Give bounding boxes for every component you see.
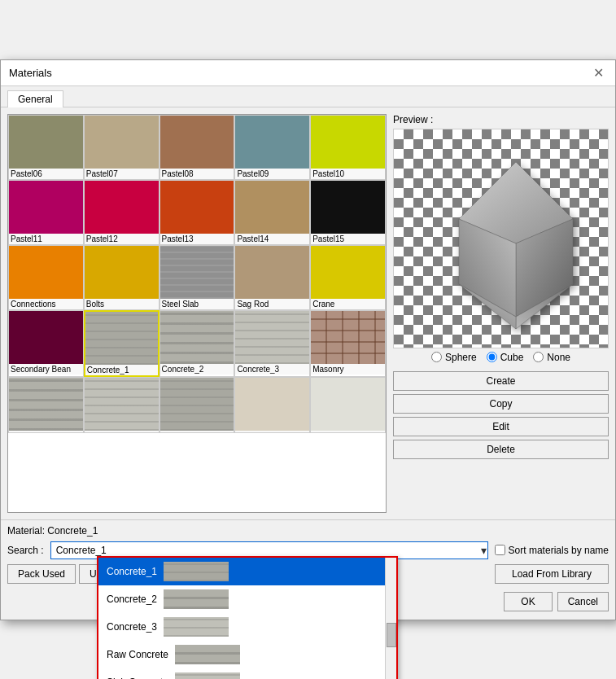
action-buttons: Create Copy Edit Delete [393, 371, 609, 459]
title-bar: Materials ✕ [1, 60, 615, 86]
checkerboard-bg [394, 129, 608, 348]
material-swatch-pastel06 [9, 116, 83, 169]
dropdown-swatch [175, 672, 240, 680]
material-label-row5-1 [9, 431, 83, 432]
left-panel: Pastel06Pastel07Pastel08Pastel09Pastel10… [7, 114, 387, 513]
preview-cube-option[interactable]: Cube [487, 352, 524, 363]
material-cell-pastel08[interactable]: Pastel08 [159, 115, 235, 180]
material-cell-bolts[interactable]: Bolts [84, 245, 159, 310]
material-swatch-row5-1 [9, 378, 83, 431]
pack-used-button[interactable]: Pack Used [7, 564, 76, 584]
sphere-radio[interactable] [431, 352, 442, 362]
dropdown-scrollbar[interactable] [385, 558, 396, 680]
material-swatch-row5-4 [235, 378, 309, 431]
material-cell-pastel13[interactable]: Pastel13 [159, 180, 235, 245]
dropdown-item-slab-concrete[interactable]: Slab Concrete [98, 668, 396, 680]
material-cell-pastel09[interactable]: Pastel09 [234, 115, 310, 180]
material-cell-pastel15[interactable]: Pastel15 [310, 180, 386, 245]
cube-svg [443, 154, 589, 333]
dropdown-item-concrete_3[interactable]: Concrete_3 [98, 613, 396, 641]
material-swatch-pastel15 [311, 181, 385, 234]
close-button[interactable]: ✕ [590, 65, 607, 81]
material-cell-pastel14[interactable]: Pastel14 [234, 180, 310, 245]
dropdown-item-concrete_1[interactable]: Concrete_1 [98, 558, 396, 585]
dropdown-item-raw-concrete[interactable]: Raw Concrete [98, 641, 396, 668]
preview-options: Sphere Cube None [393, 348, 609, 366]
material-cell-row5-3[interactable] [159, 377, 235, 433]
material-cell-sagrod[interactable]: Sag Rod [234, 245, 310, 310]
preview-none-option[interactable]: None [533, 352, 570, 363]
material-swatch-pastel14 [235, 181, 309, 234]
dropdown-item-concrete_2[interactable]: Concrete_2 [98, 585, 396, 613]
material-cell-concrete1[interactable]: Concrete_1 [84, 310, 159, 377]
material-cell-pastel10[interactable]: Pastel10 [310, 115, 386, 180]
material-cell-concrete2[interactable]: Concrete_2 [159, 310, 235, 377]
material-label-pastel14: Pastel14 [235, 234, 309, 244]
material-cell-masonry[interactable]: Masonry [310, 310, 386, 377]
material-swatch-pastel09 [235, 116, 309, 169]
material-cell-secondary[interactable]: Secondary Bean [8, 310, 84, 377]
material-swatch-pastel08 [160, 116, 234, 169]
preview-box [393, 129, 609, 348]
sort-checkbox-row: Sort materials by name [495, 545, 609, 556]
cube-radio[interactable] [487, 352, 497, 362]
delete-button[interactable]: Delete [393, 440, 609, 459]
material-swatch-crane [311, 246, 385, 299]
ok-button[interactable]: OK [504, 592, 552, 611]
main-content: Pastel06Pastel07Pastel08Pastel09Pastel10… [1, 107, 615, 519]
sort-checkbox[interactable] [495, 545, 505, 555]
material-label-pastel09: Pastel09 [235, 169, 309, 179]
material-label-concrete2: Concrete_2 [160, 364, 234, 375]
material-swatch-pastel12 [85, 181, 159, 234]
material-cell-pastel11[interactable]: Pastel11 [8, 180, 84, 245]
materials-dialog: Materials ✕ General Pastel06Pastel07Past… [0, 59, 616, 620]
dropdown-item-label: Concrete_3 [107, 621, 157, 633]
material-cell-row5-2[interactable] [84, 377, 159, 433]
material-swatch-secondary [9, 311, 83, 364]
material-swatch-row5-2 [85, 378, 159, 431]
material-cell-row5-4[interactable] [234, 377, 310, 433]
none-label: None [547, 352, 570, 363]
material-label-concrete1: Concrete_1 [85, 365, 158, 375]
material-swatch-pastel07 [85, 116, 159, 169]
material-label-row5-2 [85, 431, 159, 432]
dropdown-swatch [164, 562, 229, 581]
sphere-label: Sphere [445, 352, 477, 363]
bottom-section: Material: Concrete_1 Search : ▾ Sort mat… [1, 519, 615, 620]
tab-general[interactable]: General [7, 90, 63, 107]
none-radio[interactable] [533, 352, 544, 362]
sort-label: Sort materials by name [509, 545, 609, 556]
material-label-secondary: Secondary Bean [9, 364, 83, 375]
load-from-library-button[interactable]: Load From Library [495, 564, 609, 584]
dialog-title: Materials [9, 67, 52, 79]
material-cell-pastel12[interactable]: Pastel12 [84, 180, 159, 245]
material-cell-pastel07[interactable]: Pastel07 [84, 115, 159, 180]
search-dropdown[interactable]: Concrete_1Concrete_2Concrete_3Raw Concre… [97, 556, 398, 680]
material-label-pastel12: Pastel12 [85, 234, 159, 244]
material-label-steelslab: Steel Slab [160, 299, 234, 309]
dropdown-swatch [164, 617, 229, 637]
create-button[interactable]: Create [393, 371, 609, 391]
material-cell-crane[interactable]: Crane [310, 245, 386, 310]
material-name-display: Material: Concrete_1 [7, 525, 609, 537]
material-label-row5-4 [235, 431, 309, 432]
material-swatch-row5-5 [311, 378, 385, 431]
material-cell-connections[interactable]: Connections [8, 245, 84, 310]
material-cell-concrete3[interactable]: Concrete_3 [234, 310, 310, 377]
scroll-thumb[interactable] [387, 623, 396, 647]
cancel-button[interactable]: Cancel [557, 592, 609, 611]
dropdown-item-label: Concrete_1 [107, 566, 157, 577]
material-cell-row5-5[interactable] [310, 377, 386, 433]
material-swatch-masonry [311, 311, 385, 364]
copy-button[interactable]: Copy [393, 394, 609, 414]
material-swatch-row5-3 [160, 378, 234, 431]
material-cell-steelslab[interactable]: Steel Slab [159, 245, 235, 310]
material-cell-row5-1[interactable] [8, 377, 84, 433]
material-label-sagrod: Sag Rod [235, 299, 309, 309]
material-grid[interactable]: Pastel06Pastel07Pastel08Pastel09Pastel10… [7, 114, 387, 513]
preview-sphere-option[interactable]: Sphere [431, 352, 477, 363]
material-cell-pastel06[interactable]: Pastel06 [8, 115, 84, 180]
material-swatch-pastel13 [160, 181, 234, 234]
edit-button[interactable]: Edit [393, 417, 609, 436]
search-label: Search : [7, 545, 44, 556]
